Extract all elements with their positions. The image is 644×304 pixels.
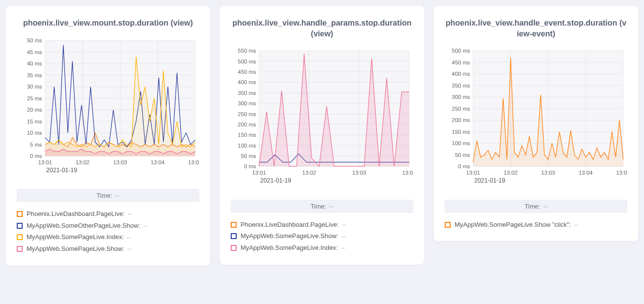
svg-text:0 ms: 0 ms [458, 164, 470, 170]
svg-text:13:03: 13:03 [352, 170, 366, 176]
legend-label: Phoenix.LiveDashboard.PageLive: [27, 210, 124, 218]
legend-value: -- [127, 245, 131, 252]
chart-area[interactable]: 0 ms50 ms100 ms150 ms200 ms250 ms300 ms3… [445, 47, 627, 189]
chart-area[interactable]: 0 ms50 ms100 ms150 ms200 ms250 ms300 ms3… [231, 47, 413, 189]
svg-text:250 ms: 250 ms [452, 106, 470, 112]
legend: MyAppWeb.SomePageLive.Show "click":-- [445, 219, 627, 231]
chart-plot: 0 ms50 ms100 ms150 ms200 ms250 ms300 ms3… [445, 47, 627, 189]
svg-text:50 ms: 50 ms [27, 37, 42, 43]
svg-text:350 ms: 350 ms [238, 90, 256, 96]
legend-item[interactable]: MyAppWeb.SomePageLive.Show:-- [17, 243, 199, 255]
time-value: -- [543, 203, 548, 210]
svg-text:5 ms: 5 ms [30, 141, 42, 147]
legend-swatch [231, 222, 237, 228]
svg-text:450 ms: 450 ms [238, 69, 256, 75]
svg-text:0 ms: 0 ms [30, 153, 42, 159]
legend-value: -- [341, 244, 345, 251]
legend-swatch [17, 211, 23, 217]
svg-text:250 ms: 250 ms [238, 111, 256, 117]
svg-text:15 ms: 15 ms [27, 118, 42, 124]
svg-text:10 ms: 10 ms [27, 130, 42, 136]
legend: Phoenix.LiveDashboard.PageLive:--MyAppWe… [231, 219, 413, 254]
card-title: phoenix.live_view.handle_event.stop.dura… [445, 18, 627, 39]
legend-swatch [231, 233, 237, 239]
svg-text:13:02: 13:02 [504, 170, 518, 176]
svg-text:2021-01-19: 2021-01-19 [46, 167, 77, 174]
chart-plot: 0 ms5 ms10 ms15 ms20 ms25 ms30 ms35 ms40… [17, 36, 199, 179]
svg-text:13:05: 13:05 [188, 159, 199, 165]
legend-value: -- [127, 234, 131, 241]
svg-text:200 ms: 200 ms [238, 122, 256, 127]
svg-text:13:01: 13:01 [466, 170, 480, 176]
svg-text:2021-01-19: 2021-01-19 [474, 177, 505, 184]
card-title: phoenix.live_view.mount.stop.duration (v… [17, 18, 199, 29]
legend-swatch [17, 234, 23, 240]
svg-text:350 ms: 350 ms [452, 83, 470, 89]
svg-text:150 ms: 150 ms [452, 129, 470, 135]
svg-text:2021-01-19: 2021-01-19 [260, 177, 291, 184]
svg-text:50 ms: 50 ms [455, 152, 470, 158]
legend-item[interactable]: Phoenix.LiveDashboard.PageLive:-- [231, 219, 413, 231]
time-value: -- [329, 203, 334, 210]
svg-text:45 ms: 45 ms [27, 49, 42, 55]
legend-item[interactable]: MyAppWeb.SomeOtherPageLive.Show:-- [17, 220, 199, 232]
svg-text:35 ms: 35 ms [27, 72, 42, 78]
legend: Phoenix.LiveDashboard.PageLive:--MyAppWe… [17, 208, 199, 254]
legend-label: MyAppWeb.SomePageLive.Index: [27, 233, 124, 241]
svg-text:30 ms: 30 ms [27, 84, 42, 90]
svg-text:400 ms: 400 ms [238, 80, 256, 86]
svg-text:300 ms: 300 ms [238, 100, 256, 106]
svg-text:13:02: 13:02 [76, 159, 90, 165]
time-readout: Time:-- [17, 189, 199, 202]
time-readout: Time:-- [445, 200, 627, 213]
svg-text:50 ms: 50 ms [241, 153, 256, 159]
legend-item[interactable]: MyAppWeb.SomePageLive.Index:-- [17, 231, 199, 243]
time-label: Time: [310, 203, 326, 210]
svg-text:13:03: 13:03 [113, 159, 127, 165]
legend-label: MyAppWeb.SomePageLive.Index: [241, 244, 338, 252]
time-label: Time: [524, 203, 540, 210]
legend-item[interactable]: MyAppWeb.SomePageLive.Show:-- [231, 230, 413, 242]
legend-swatch [17, 246, 23, 252]
svg-text:13:04: 13:04 [402, 170, 413, 176]
svg-text:13:04: 13:04 [151, 159, 164, 165]
time-value: -- [115, 192, 120, 199]
svg-text:100 ms: 100 ms [452, 141, 470, 147]
metric-card: phoenix.live_view.mount.stop.duration (v… [6, 6, 210, 266]
svg-text:13:01: 13:01 [252, 170, 266, 176]
legend-swatch [17, 223, 23, 229]
svg-text:450 ms: 450 ms [452, 60, 470, 65]
legend-swatch [231, 245, 237, 251]
legend-value: -- [341, 233, 345, 240]
svg-text:500 ms: 500 ms [452, 48, 470, 54]
legend-swatch [445, 222, 451, 228]
svg-text:13:05: 13:05 [616, 170, 627, 176]
svg-text:100 ms: 100 ms [238, 143, 256, 149]
legend-label: MyAppWeb.SomeOtherPageLive.Show: [27, 222, 140, 230]
svg-text:13:04: 13:04 [579, 170, 592, 176]
legend-value: -- [127, 210, 132, 217]
legend-value: -- [143, 222, 148, 229]
legend-label: MyAppWeb.SomePageLive.Show: [241, 232, 338, 240]
svg-text:13:03: 13:03 [541, 170, 555, 176]
metric-card: phoenix.live_view.handle_params.stop.dur… [220, 6, 424, 265]
legend-item[interactable]: MyAppWeb.SomePageLive.Show "click":-- [445, 219, 627, 231]
time-readout: Time:-- [231, 200, 413, 213]
legend-item[interactable]: MyAppWeb.SomePageLive.Index:-- [231, 242, 413, 254]
metric-card: phoenix.live_view.handle_event.stop.dura… [434, 6, 638, 241]
legend-value: -- [574, 221, 579, 228]
svg-text:13:01: 13:01 [38, 159, 52, 165]
legend-item[interactable]: Phoenix.LiveDashboard.PageLive:-- [17, 208, 199, 220]
svg-text:500 ms: 500 ms [238, 59, 256, 64]
svg-text:40 ms: 40 ms [27, 61, 42, 66]
svg-text:300 ms: 300 ms [452, 94, 470, 100]
chart-area[interactable]: 0 ms5 ms10 ms15 ms20 ms25 ms30 ms35 ms40… [17, 36, 199, 179]
chart-plot: 0 ms50 ms100 ms150 ms200 ms250 ms300 ms3… [231, 47, 413, 189]
legend-value: -- [341, 221, 346, 228]
legend-label: MyAppWeb.SomePageLive.Show: [27, 245, 124, 253]
svg-text:20 ms: 20 ms [27, 107, 42, 113]
svg-text:550 ms: 550 ms [238, 48, 256, 54]
svg-text:0 ms: 0 ms [244, 164, 256, 170]
svg-text:400 ms: 400 ms [452, 71, 470, 77]
svg-text:200 ms: 200 ms [452, 118, 470, 123]
